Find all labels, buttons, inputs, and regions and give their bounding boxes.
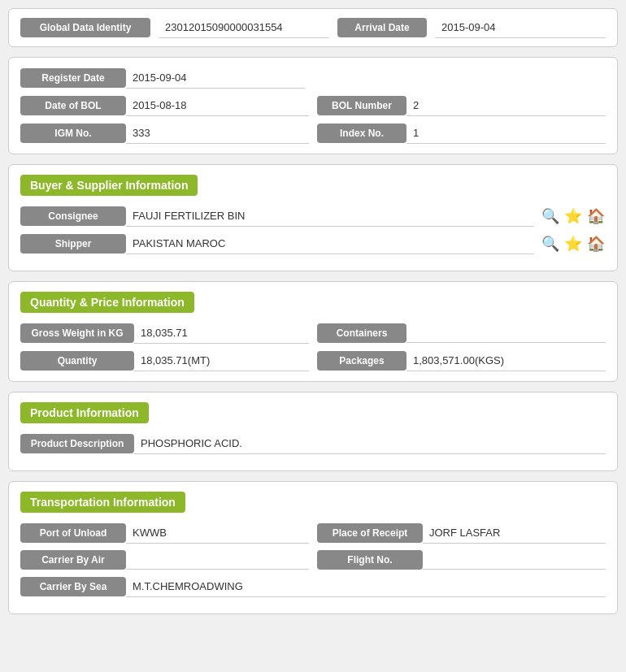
- product-description-row: Product Description PHOSPHORIC ACID.: [20, 433, 606, 454]
- quantity-row: Quantity 18,035.71(MT) Packages 1,803,57…: [20, 350, 606, 371]
- arrival-date-value: 2015-09-04: [435, 17, 606, 38]
- consignee-icons: 🔍 ⭐ 🏠: [534, 206, 606, 226]
- flight-label: Flight No.: [317, 550, 423, 570]
- product-description-value: PHOSPHORIC ACID.: [134, 433, 606, 454]
- consignee-star-icon[interactable]: ⭐: [563, 206, 583, 226]
- product-header: Product Information: [20, 402, 149, 423]
- packages-label: Packages: [317, 351, 406, 371]
- bol-number-label: BOL Number: [317, 96, 406, 115]
- consignee-value: FAUJI FERTILIZER BIN: [126, 206, 534, 227]
- containers-label: Containers: [317, 323, 406, 343]
- igm-label: IGM No.: [20, 124, 126, 143]
- buyer-supplier-card: Buyer & Supplier Information Consignee F…: [8, 164, 618, 271]
- quantity-label: Quantity: [20, 351, 134, 371]
- shipper-search-icon[interactable]: 🔍: [541, 234, 560, 254]
- igm-value: 333: [126, 123, 309, 144]
- packages-value: 1,803,571.00(KGS): [406, 350, 606, 371]
- carrier-sea-label: Carrier By Sea: [20, 577, 126, 596]
- global-identity-value: 23012015090000031554: [159, 17, 329, 38]
- shipper-home-icon[interactable]: 🏠: [586, 234, 606, 254]
- bol-number-value: 2: [406, 95, 606, 116]
- carrier-sea-row: Carrier By Sea M.T.CHEMROADWING: [20, 576, 606, 597]
- transportation-card: Transportation Information Port of Unloa…: [8, 481, 618, 614]
- shipper-value: PAKISTAN MAROC: [126, 233, 534, 254]
- register-date-value: 2015-09-04: [126, 67, 305, 89]
- consignee-search-icon[interactable]: 🔍: [541, 206, 560, 226]
- place-receipt-label: Place of Receipt: [317, 523, 423, 543]
- date-bol-label: Date of BOL: [20, 96, 126, 115]
- quantity-price-header: Quantity & Price Information: [20, 292, 194, 313]
- flight-value: [423, 550, 606, 570]
- containers-value: [406, 323, 606, 343]
- shipper-label: Shipper: [20, 234, 126, 254]
- shipper-star-icon[interactable]: ⭐: [563, 234, 583, 254]
- carrier-air-value: [126, 550, 309, 570]
- global-identity-label: Global Data Identity: [20, 18, 150, 37]
- transportation-header: Transportation Information: [20, 492, 185, 513]
- gross-weight-row: Gross Weight in KG 18,035.71 Containers: [20, 323, 606, 344]
- port-receipt-row: Port of Unload KWWB Place of Receipt JOR…: [20, 522, 606, 544]
- port-unload-label: Port of Unload: [20, 523, 126, 543]
- consignee-label: Consignee: [20, 206, 126, 226]
- bol-row: Date of BOL 2015-08-18 BOL Number 2: [20, 95, 606, 116]
- index-label: Index No.: [317, 124, 406, 143]
- product-description-label: Product Description: [20, 434, 134, 453]
- carrier-air-row: Carrier By Air Flight No.: [20, 550, 606, 570]
- register-card: Register Date 2015-09-04 Date of BOL 201…: [8, 57, 618, 154]
- consignee-home-icon[interactable]: 🏠: [586, 206, 606, 226]
- igm-row: IGM No. 333 Index No. 1: [20, 123, 606, 144]
- index-value: 1: [406, 123, 606, 144]
- carrier-sea-value: M.T.CHEMROADWING: [126, 576, 606, 597]
- consignee-row: Consignee FAUJI FERTILIZER BIN 🔍 ⭐ 🏠: [20, 206, 606, 227]
- buyer-supplier-header: Buyer & Supplier Information: [20, 175, 198, 196]
- product-card: Product Information Product Description …: [8, 392, 618, 471]
- quantity-price-card: Quantity & Price Information Gross Weigh…: [8, 281, 618, 382]
- gross-weight-value: 18,035.71: [134, 323, 309, 344]
- shipper-icons: 🔍 ⭐ 🏠: [534, 234, 606, 254]
- register-date-row: Register Date 2015-09-04: [20, 67, 606, 89]
- register-date-label: Register Date: [20, 68, 126, 88]
- shipper-row: Shipper PAKISTAN MAROC 🔍 ⭐ 🏠: [20, 233, 606, 254]
- place-receipt-value: JORF LASFAR: [423, 522, 606, 544]
- gross-weight-label: Gross Weight in KG: [20, 323, 134, 343]
- date-bol-value: 2015-08-18: [126, 95, 309, 116]
- port-unload-value: KWWB: [126, 522, 309, 544]
- carrier-air-label: Carrier By Air: [20, 550, 126, 570]
- quantity-value: 18,035.71(MT): [134, 350, 309, 371]
- arrival-date-label: Arrival Date: [337, 18, 427, 37]
- global-identity-bar: Global Data Identity 2301201509000003155…: [8, 8, 618, 47]
